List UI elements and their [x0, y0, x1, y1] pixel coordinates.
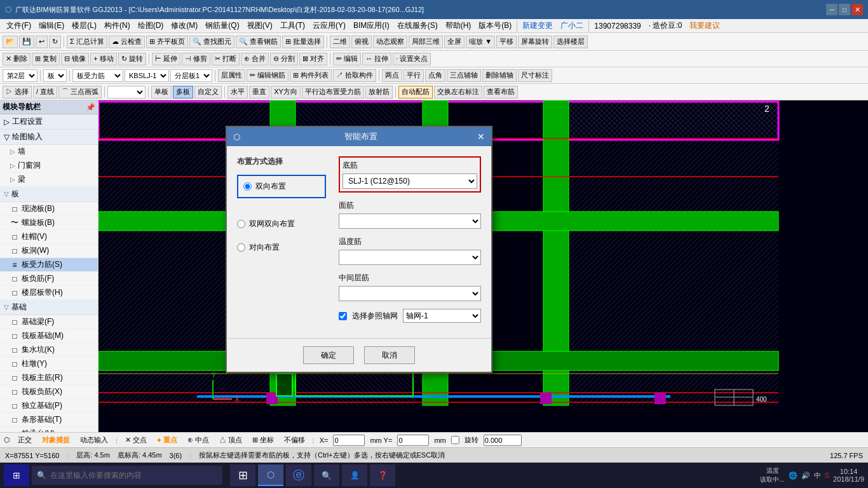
tb-pick[interactable]: ↗ 拾取构件 [333, 69, 376, 82]
sidebar-item-raft-neg[interactable]: □ 筏板负筋(X) [0, 385, 98, 399]
tb-flat-slab[interactable]: ⊞ 齐平板页 [146, 36, 188, 48]
tb-copy[interactable]: ⊞ 复制 [32, 53, 60, 65]
menu-view[interactable]: 视图(V) [243, 19, 276, 32]
bidirectional-option[interactable]: 双向布置 [243, 181, 320, 192]
tb-point-angle[interactable]: 点角 [425, 69, 445, 82]
tb-auto[interactable]: 自动配筋 [398, 86, 433, 98]
double-net-option[interactable]: 双网双向布置 [237, 219, 326, 229]
menu-floor[interactable]: 楼层(L) [68, 19, 100, 32]
tb-single-slab[interactable]: 单板 [151, 86, 172, 98]
menu-help[interactable]: 帮助(H) [442, 19, 475, 32]
sidebar-item-isolated-found[interactable]: □ 独立基础(P) [0, 399, 98, 413]
tb-xy-dir[interactable]: XY方向 [271, 86, 301, 98]
opposite-radio[interactable] [237, 243, 245, 252]
tb-delete[interactable]: ✕ 删除 [3, 53, 31, 65]
tb-dim[interactable]: 尺寸标注 [518, 69, 552, 82]
taskbar-app-main[interactable]: ⬡ [258, 464, 283, 486]
sidebar-item-spiral-slab[interactable]: 〜 螺旋板(B) [0, 216, 98, 230]
sidebar-item-sump[interactable]: □ 集水坑(K) [0, 343, 98, 357]
x-input[interactable] [333, 435, 365, 446]
tray-volume[interactable]: 🔊 [801, 471, 810, 480]
sidebar-item-slab-rebar[interactable]: ≡ 板受力筋(S) [0, 258, 98, 272]
sidebar-item-slab-neg-rebar[interactable]: □ 板负筋(F) [0, 272, 98, 286]
temp-rebar-select[interactable] [339, 250, 481, 265]
rebar-code-select[interactable]: KBSLJ-1 [125, 69, 169, 82]
sidebar-item-strip-found[interactable]: □ 条形基础(T) [0, 413, 98, 427]
layer-select[interactable]: 分层板1 [170, 69, 212, 82]
taskbar-app-search2[interactable]: 🔍 [314, 464, 339, 486]
sidebar-pin[interactable]: 📌 [86, 103, 95, 112]
y-input[interactable] [397, 435, 429, 446]
menu-cloud[interactable]: 云应用(Y) [309, 19, 349, 32]
sidebar-item-raft-main[interactable]: □ 筏板主筋(R) [0, 371, 98, 385]
dialog-close-button[interactable]: ✕ [477, 132, 485, 142]
tb-merge[interactable]: ⊕ 合并 [241, 53, 269, 65]
taskbar-app-person[interactable]: 👤 [342, 464, 367, 486]
cancel-button[interactable]: 取消 [364, 346, 415, 364]
tb-edit-rebar[interactable]: ✏ 编辑 [333, 53, 361, 65]
tb-move[interactable]: + 移动 [90, 53, 116, 65]
tb-vertical[interactable]: 垂直 [249, 86, 269, 98]
tb-2d[interactable]: 二维 [330, 36, 350, 48]
rotate-checkbox[interactable] [451, 436, 459, 444]
tb-set-grip[interactable]: · 设置夹点 [393, 53, 431, 65]
tb-align[interactable]: ⊠ 对齐 [299, 53, 327, 65]
sidebar-item-col-pier[interactable]: □ 柱墩(Y) [0, 357, 98, 371]
tb-trim[interactable]: ⊣ 修剪 [182, 53, 210, 65]
tb-radial[interactable]: 放射筋 [365, 86, 393, 98]
tb-calc[interactable]: Σ 汇总计算 [67, 36, 107, 48]
status-snap[interactable]: 对象捕捉 [39, 435, 72, 445]
tb-undo[interactable]: ↩ [36, 36, 48, 48]
menu-suggestion[interactable]: 我要建议 [686, 19, 724, 32]
tray-ime-zh[interactable]: 中 [814, 471, 821, 480]
cad-canvas-area[interactable]: X Y 400 2 ⬡ 智能布置 ✕ [98, 100, 868, 432]
tb-select2[interactable]: ▷ 选择 [3, 86, 32, 98]
mid-rebar-select[interactable] [339, 286, 481, 301]
floor-select[interactable]: 第2层 [3, 69, 37, 82]
tb-rotate[interactable]: 屏幕旋转 [518, 36, 552, 48]
status-center[interactable]: ⊕ 中点 [185, 435, 212, 445]
axis-label[interactable]: 选择参照轴网 [352, 311, 398, 322]
axis-select[interactable]: 轴网-1 [403, 309, 481, 323]
tb-two-point[interactable]: 两点 [382, 69, 402, 82]
menu-user[interactable]: 广小二 [557, 19, 587, 32]
tb-horizontal[interactable]: 水平 [227, 86, 248, 98]
tb-redo[interactable]: ↻ [49, 36, 61, 48]
tb-component-list[interactable]: ⊞ 构件列表 [290, 69, 332, 82]
tb-find[interactable]: 🔍 查找图元 [189, 36, 234, 48]
tb-edit-rebar2[interactable]: ✏ 编辑钢筋 [247, 69, 288, 82]
sidebar-item-beam[interactable]: ▷ 梁 [0, 173, 98, 187]
taskbar-search-input[interactable] [50, 471, 217, 480]
bottom-rebar-select[interactable]: SLJ-1 (C12@150) [342, 173, 477, 189]
sidebar-section-project[interactable]: ▷ 工程设置 [0, 114, 98, 130]
tb-properties[interactable]: 层属性 [218, 69, 245, 82]
tb-top-view[interactable]: 俯视 [351, 36, 372, 48]
taskbar-app-ie[interactable]: ⓔ [286, 464, 311, 486]
sidebar-item-opening[interactable]: ▷ 门窗洞 [0, 159, 98, 173]
status-coord[interactable]: ⊞ 坐标 [250, 435, 276, 445]
sidebar-section-drawing[interactable]: ▽ 绘图输入 [0, 130, 98, 145]
top-rebar-select[interactable] [339, 214, 481, 229]
sidebar-item-raft[interactable]: □ 筏板基础(M) [0, 329, 98, 343]
menu-draw[interactable]: 绘图(D) [134, 19, 168, 32]
taskbar-search-box[interactable]: 🔍 [32, 466, 222, 485]
tb-cloud-check[interactable]: ☁ 云检查 [109, 36, 145, 48]
tb-swap-label[interactable]: 交换左右标注 [434, 86, 482, 98]
tb-batch-select[interactable]: ⊞ 批量选择 [282, 36, 324, 48]
menu-file[interactable]: 文件(F) [3, 19, 35, 32]
menu-tools[interactable]: 工具(T) [276, 19, 309, 32]
status-dynamic[interactable]: 动态输入 [78, 435, 111, 445]
tb-break[interactable]: ✂ 打断 [212, 53, 240, 65]
sidebar-item-slab[interactable]: ▽ 板 [0, 187, 98, 202]
menu-bim[interactable]: BIM应用(I) [349, 19, 393, 32]
tb-dynamic[interactable]: 动态观察 [373, 36, 407, 48]
bidirectional-radio[interactable] [243, 182, 252, 191]
tb-parallel[interactable]: 平行 [403, 69, 424, 82]
opposite-option[interactable]: 对向布置 [237, 242, 326, 253]
minimize-button[interactable]: ─ [826, 4, 837, 15]
tb-select-floor[interactable]: 选择楼层 [553, 36, 588, 48]
status-orthogonal[interactable]: 正交 [15, 435, 34, 445]
tb-arc[interactable]: ⌒ 三点画弧 [58, 86, 102, 98]
close-button[interactable]: ✕ [851, 4, 863, 15]
menu-edit[interactable]: 编辑(E) [35, 19, 68, 32]
